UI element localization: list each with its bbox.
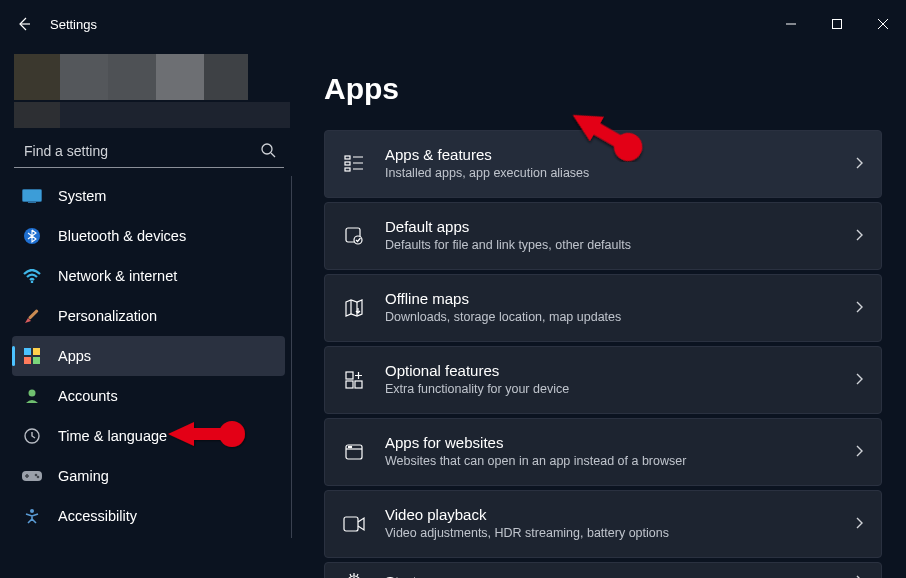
svg-rect-9	[24, 357, 31, 364]
search-icon	[260, 142, 276, 162]
sidebar-item-label: Accessibility	[58, 508, 137, 524]
sidebar-item-apps[interactable]: Apps	[12, 336, 285, 376]
svg-rect-8	[33, 348, 40, 355]
sidebar-item-label: System	[58, 188, 106, 204]
system-icon	[22, 186, 42, 206]
card-subtitle: Websites that can open in an app instead…	[385, 454, 835, 470]
svg-point-1	[262, 144, 272, 154]
network-icon	[22, 266, 42, 286]
time-icon	[22, 426, 42, 446]
optional-features-icon	[343, 369, 365, 391]
card-title: Default apps	[385, 218, 835, 237]
back-button[interactable]	[14, 14, 34, 34]
card-subtitle: Video adjustments, HDR streaming, batter…	[385, 526, 835, 542]
chevron-right-icon	[855, 573, 863, 578]
card-optional-features[interactable]: Optional featuresExtra functionality for…	[324, 346, 882, 414]
settings-window: Settings	[0, 0, 906, 578]
card-startup[interactable]: Startup	[324, 562, 882, 578]
sidebar-item-label: Gaming	[58, 468, 109, 484]
redacted-block	[108, 54, 156, 100]
card-title: Video playback	[385, 506, 835, 525]
card-text: Video playbackVideo adjustments, HDR str…	[385, 506, 835, 541]
redacted-block	[156, 54, 204, 100]
accounts-icon	[22, 386, 42, 406]
sidebar-item-system[interactable]: System	[12, 176, 285, 216]
card-text: Apps & featuresInstalled apps, app execu…	[385, 146, 835, 181]
svg-rect-0	[833, 20, 842, 29]
sidebar-item-bluetooth[interactable]: Bluetooth & devices	[12, 216, 285, 256]
titlebar-left: Settings	[14, 14, 97, 34]
svg-point-14	[37, 476, 40, 479]
svg-point-13	[35, 474, 38, 477]
default-apps-icon	[343, 225, 365, 247]
apps-features-icon	[343, 153, 365, 175]
svg-rect-24	[355, 381, 362, 388]
window-controls	[768, 8, 906, 40]
sidebar-item-time[interactable]: Time & language	[12, 416, 285, 456]
cards-list: Apps & featuresInstalled apps, app execu…	[324, 130, 882, 578]
maximize-button[interactable]	[814, 8, 860, 40]
svg-rect-7	[24, 348, 31, 355]
svg-rect-19	[345, 168, 350, 171]
svg-rect-23	[346, 381, 353, 388]
accessibility-icon	[22, 506, 42, 526]
sidebar-item-label: Bluetooth & devices	[58, 228, 186, 244]
sidebar-item-label: Accounts	[58, 388, 118, 404]
chevron-right-icon	[855, 371, 863, 389]
redacted-block	[14, 54, 60, 100]
sidebar-item-gaming[interactable]: Gaming	[12, 456, 285, 496]
sidebar: SystemBluetooth & devicesNetwork & inter…	[0, 48, 300, 578]
apps-icon	[22, 346, 42, 366]
search-input[interactable]	[14, 134, 284, 168]
svg-rect-17	[345, 156, 350, 159]
svg-point-26	[348, 446, 349, 447]
card-text: Offline mapsDownloads, storage location,…	[385, 290, 835, 325]
chevron-right-icon	[855, 227, 863, 245]
svg-point-15	[30, 509, 34, 513]
video-playback-icon	[343, 513, 365, 535]
card-default-apps[interactable]: Default appsDefaults for file and link t…	[324, 202, 882, 270]
card-video-playback[interactable]: Video playbackVideo adjustments, HDR str…	[324, 490, 882, 558]
sidebar-item-label: Network & internet	[58, 268, 177, 284]
sidebar-item-label: Apps	[58, 348, 91, 364]
card-subtitle: Defaults for file and link types, other …	[385, 238, 835, 254]
card-subtitle: Extra functionality for your device	[385, 382, 835, 398]
sidebar-item-accounts[interactable]: Accounts	[12, 376, 285, 416]
startup-icon	[343, 571, 365, 578]
redacted-block	[204, 54, 248, 100]
gaming-icon	[22, 466, 42, 486]
offline-maps-icon	[343, 297, 365, 319]
card-text: Optional featuresExtra functionality for…	[385, 362, 835, 397]
sidebar-item-network[interactable]: Network & internet	[12, 256, 285, 296]
page-title: Apps	[324, 72, 882, 106]
main: Apps Apps & featuresInstalled apps, app …	[300, 48, 906, 578]
body: SystemBluetooth & devicesNetwork & inter…	[0, 48, 906, 578]
svg-rect-2	[23, 190, 42, 202]
chevron-right-icon	[855, 515, 863, 533]
profile-redacted-row	[14, 54, 290, 100]
nav: SystemBluetooth & devicesNetwork & inter…	[12, 176, 292, 538]
card-subtitle: Installed apps, app execution aliases	[385, 166, 835, 182]
sidebar-item-accessibility[interactable]: Accessibility	[12, 496, 285, 536]
svg-rect-18	[345, 162, 350, 165]
card-title: Optional features	[385, 362, 835, 381]
svg-rect-3	[28, 202, 36, 204]
card-apps-features[interactable]: Apps & featuresInstalled apps, app execu…	[324, 130, 882, 198]
card-title: Apps & features	[385, 146, 835, 165]
card-offline-maps[interactable]: Offline mapsDownloads, storage location,…	[324, 274, 882, 342]
svg-rect-22	[346, 372, 353, 379]
sidebar-item-label: Time & language	[58, 428, 167, 444]
sidebar-item-personalization[interactable]: Personalization	[12, 296, 285, 336]
close-button[interactable]	[860, 8, 906, 40]
chevron-right-icon	[855, 299, 863, 317]
redacted-block	[14, 102, 60, 128]
search-wrap	[14, 134, 290, 168]
personalization-icon	[22, 306, 42, 326]
svg-rect-6	[28, 309, 39, 320]
svg-point-5	[31, 281, 34, 283]
minimize-button[interactable]	[768, 8, 814, 40]
profile-block[interactable]	[14, 54, 290, 128]
card-apps-for-websites[interactable]: Apps for websitesWebsites that can open …	[324, 418, 882, 486]
sidebar-item-label: Personalization	[58, 308, 157, 324]
redacted-block	[60, 102, 290, 128]
